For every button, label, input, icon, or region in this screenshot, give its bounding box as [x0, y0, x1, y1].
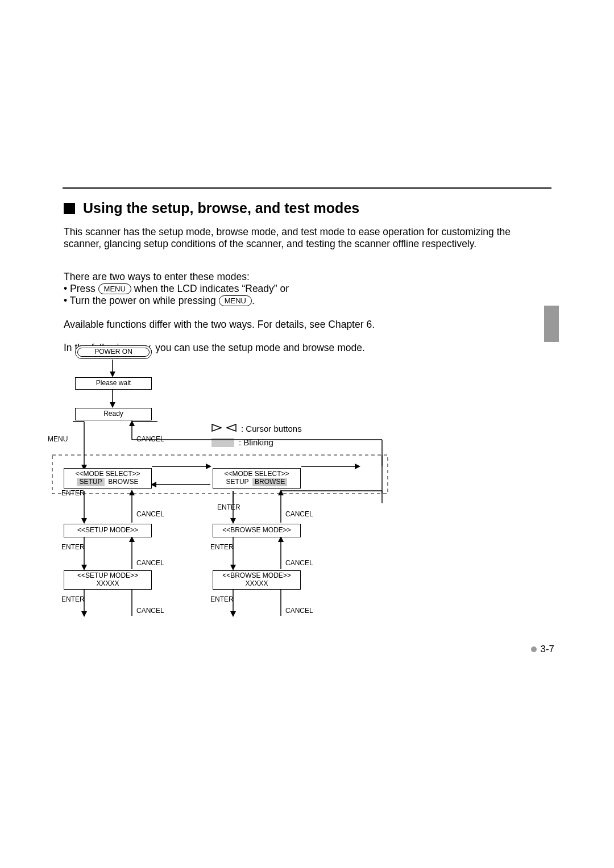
box-mode-select-browse: <<MODE SELECT>> SETUP BROWSE [213, 468, 301, 489]
flow-diagram: POWER ON Please wait Ready <<MODE SELECT… [64, 344, 410, 625]
bullet-1: • Press MENU when the LCD indicates “Rea… [64, 283, 513, 295]
paragraph-1: This scanner has the setup mode, browse … [64, 226, 513, 251]
heading-text: Using the setup, browse, and test modes [83, 200, 359, 216]
thumb-tab [544, 306, 559, 342]
label-enter: ENTER [61, 595, 85, 603]
paragraph-3: Available functions differ with the two … [64, 319, 513, 331]
label-enter: ENTER [210, 543, 234, 551]
paragraph-2: There are two ways to enter these modes: [64, 271, 513, 283]
box-setup-mode-xxxxx: <<SETUP MODE>> XXXXX [64, 570, 152, 590]
label-cancel: CANCEL [285, 559, 313, 567]
square-bullet-icon [64, 203, 75, 214]
page-number: 3-7 [531, 644, 554, 655]
page: Using the setup, browse, and test modes … [0, 0, 614, 868]
box-browse-mode: <<BROWSE MODE>> [213, 524, 301, 537]
box-power-on: POWER ON [75, 345, 152, 359]
label-enter: ENTER [61, 489, 85, 497]
horizontal-rule [63, 187, 551, 189]
label-cancel: CANCEL [136, 607, 164, 615]
label-enter: ENTER [210, 595, 234, 603]
label-cancel: CANCEL [136, 435, 164, 443]
bullet-2: • Turn the power on while pressing MENU. [64, 295, 513, 307]
box-setup-mode: <<SETUP MODE>> [64, 524, 152, 537]
body-text: This scanner has the setup mode, browse … [64, 226, 513, 363]
box-please-wait: Please wait [75, 377, 152, 390]
label-cancel: CANCEL [136, 510, 164, 518]
box-browse-mode-xxxxx: <<BROWSE MODE>> XXXXX [213, 570, 301, 590]
label-cancel: CANCEL [285, 510, 313, 518]
menu-key-icon: MENU [219, 295, 252, 306]
label-menu: MENU [48, 435, 68, 443]
label-enter: ENTER [217, 503, 240, 511]
label-cancel: CANCEL [285, 607, 313, 615]
page-number-text: 3-7 [540, 644, 554, 655]
box-ready: Ready [75, 408, 152, 420]
section-heading: Using the setup, browse, and test modes [64, 200, 359, 216]
menu-key-icon: MENU [98, 283, 131, 294]
box-mode-select-setup: <<MODE SELECT>> SETUP BROWSE [64, 468, 152, 489]
label-enter: ENTER [61, 543, 85, 551]
label-cancel: CANCEL [136, 559, 164, 567]
dot-icon [531, 646, 537, 652]
